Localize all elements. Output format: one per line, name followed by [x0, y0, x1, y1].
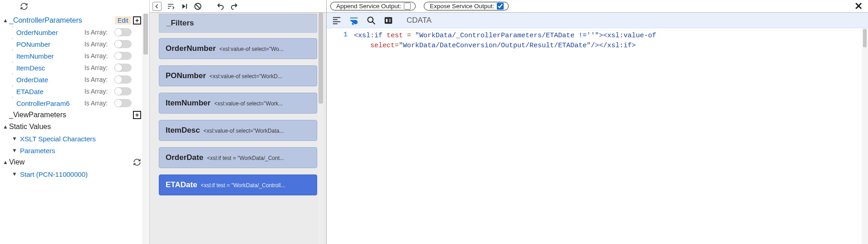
filters-header: _Filters: [159, 14, 317, 33]
is-array-toggle[interactable]: [114, 28, 132, 36]
code-scrollbar[interactable]: [862, 28, 868, 244]
close-icon[interactable]: ✕: [853, 0, 864, 12]
xslt-label: XSLT Special Characters: [20, 135, 96, 143]
param-name: OrderDate: [16, 76, 84, 84]
parameters-item[interactable]: ▼ Parameters: [0, 144, 149, 156]
caret-up-icon[interactable]: ▲: [3, 159, 9, 165]
is-array-toggle[interactable]: [114, 99, 132, 107]
static-values-label: Static Values: [9, 123, 149, 131]
is-array-label: Is Array:: [84, 52, 112, 60]
sidebar-scrollbar[interactable]: [142, 14, 149, 244]
param-row[interactable]: PONumberIs Array:: [0, 38, 149, 50]
param-row[interactable]: ControllerParam6Is Array:: [0, 97, 149, 109]
sidebar-scrollbar-thumb[interactable]: [143, 14, 148, 55]
is-array-toggle[interactable]: [114, 64, 132, 72]
is-array-toggle[interactable]: [114, 75, 132, 84]
view-parameters-label: _ViewParameters: [9, 111, 133, 119]
view-parameters-header[interactable]: _ViewParameters +: [0, 109, 149, 121]
is-array-label: Is Array:: [84, 29, 112, 36]
edit-button[interactable]: Edit: [115, 16, 131, 25]
view-header[interactable]: ▲ View: [0, 156, 149, 168]
filter-chip[interactable]: OrderNumber<xsl:value-of select="Wo...: [159, 38, 317, 59]
undo-icon[interactable]: [216, 2, 225, 11]
svg-line-13: [373, 21, 375, 24]
parameters-label: Parameters: [20, 147, 55, 154]
chip-name: PONumber: [166, 71, 206, 80]
filter-chip[interactable]: ETADate<xsl:if test = "WorkData/_Control…: [159, 174, 317, 195]
refresh-icon[interactable]: [20, 2, 28, 10]
expose-checkbox[interactable]: [497, 3, 504, 10]
chip-name: ItemDesc: [166, 126, 200, 135]
align-left-icon[interactable]: [331, 15, 342, 26]
search-icon[interactable]: [366, 15, 377, 26]
svg-rect-15: [386, 19, 388, 22]
svg-rect-4: [186, 4, 187, 9]
controller-parameters-header[interactable]: ▲ _ControllerParameters Edit +: [0, 15, 149, 26]
filter-chip[interactable]: ItemDesc<xsl:value-of select="WorkData..…: [159, 120, 317, 141]
chip-subtitle: <xsl:value-of select="WorkD...: [210, 73, 310, 80]
append-checkbox[interactable]: [404, 3, 411, 10]
filters-scrollbar[interactable]: [317, 13, 324, 244]
sidebar: ▲ _ControllerParameters Edit + OrderNumb…: [0, 0, 150, 244]
code-scrollbar-thumb[interactable]: [863, 29, 867, 47]
code-area[interactable]: 1 <xsl:if test = "WorkData/_ControllerPa…: [327, 28, 868, 244]
param-row[interactable]: OrderNumberIs Array:: [0, 26, 149, 38]
code-editor: CDATA 1 <xsl:if test = "WorkData/_Contro…: [327, 13, 868, 244]
chip-name: OrderDate: [166, 153, 203, 162]
service-output-bar: Append Service Output: Expose Service Ou…: [327, 0, 868, 13]
is-array-toggle[interactable]: [114, 40, 132, 48]
code-content[interactable]: <xsl:if test = "WorkData/_ControllerPara…: [354, 28, 868, 244]
param-row[interactable]: ItemDescIs Array:: [0, 62, 149, 74]
is-array-toggle[interactable]: [114, 87, 132, 95]
param-name: ETADate: [16, 88, 84, 95]
param-name: ControllerParam6: [16, 100, 84, 107]
svg-line-6: [196, 4, 201, 9]
controller-parameters-label: _ControllerParameters: [9, 16, 115, 25]
param-name: OrderNumber: [16, 29, 84, 36]
chevron-down-icon[interactable]: ▼: [12, 147, 18, 154]
step-icon[interactable]: [180, 2, 189, 11]
back-icon[interactable]: [152, 2, 162, 11]
filters-panel: _Filters OrderNumber<xsl:value-of select…: [150, 0, 327, 244]
xslt-special-characters-item[interactable]: ▼ XSLT Special Characters: [0, 133, 149, 144]
is-array-label: Is Array:: [84, 64, 112, 71]
book-icon[interactable]: [383, 15, 394, 26]
param-row[interactable]: ETADateIs Array:: [0, 85, 149, 97]
refresh-view-icon[interactable]: [133, 158, 141, 166]
start-item[interactable]: ▼ Start (PCN-11000000): [0, 168, 149, 180]
filters-scrollbar-thumb[interactable]: [319, 13, 323, 104]
right-panel: Append Service Output: Expose Service Ou…: [327, 0, 868, 244]
filter-chip[interactable]: PONumber<xsl:value-of select="WorkD...: [159, 65, 317, 86]
chevron-down-icon[interactable]: ▼: [12, 171, 18, 177]
caret-up-icon[interactable]: ▲: [3, 124, 9, 130]
editor-toolbar: CDATA: [327, 13, 868, 28]
param-row[interactable]: ItemNumberIs Array:: [0, 50, 149, 62]
sort-icon[interactable]: [166, 2, 175, 11]
is-array-toggle[interactable]: [114, 52, 132, 60]
is-array-label: Is Array:: [84, 40, 112, 48]
svg-rect-14: [385, 17, 392, 24]
start-label: Start (PCN-11000000): [20, 170, 88, 178]
filter-chip[interactable]: OrderDate<xsl:if test = "WorkData/_Cont.…: [159, 147, 317, 168]
param-row[interactable]: OrderDateIs Array:: [0, 74, 149, 85]
append-service-output-toggle[interactable]: Append Service Output:: [330, 2, 416, 10]
add-view-parameter-button[interactable]: +: [133, 111, 141, 119]
param-name: ItemNumber: [16, 52, 84, 60]
chip-name: ItemNumber: [166, 99, 211, 108]
cancel-icon[interactable]: [193, 2, 202, 11]
chip-subtitle: <xsl:if test = "WorkData/_Controll...: [201, 182, 310, 189]
svg-point-12: [368, 17, 373, 22]
static-values-header[interactable]: ▲ Static Values: [0, 121, 149, 133]
redo-icon[interactable]: [230, 2, 239, 11]
wrap-icon[interactable]: [348, 15, 359, 26]
caret-up-icon[interactable]: ▲: [3, 17, 9, 24]
chip-subtitle: <xsl:value-of select="WorkData...: [204, 128, 310, 134]
add-parameter-button[interactable]: +: [133, 16, 141, 25]
view-label: View: [9, 158, 133, 166]
is-array-label: Is Array:: [84, 100, 112, 107]
expose-service-output-toggle[interactable]: Expose Service Output:: [424, 2, 509, 10]
cdata-label: CDATA: [407, 16, 432, 25]
append-label: Append Service Output:: [336, 3, 401, 10]
chevron-down-icon[interactable]: ▼: [12, 135, 18, 142]
filter-chip[interactable]: ItemNumber<xsl:value-of select="Work...: [159, 93, 317, 114]
